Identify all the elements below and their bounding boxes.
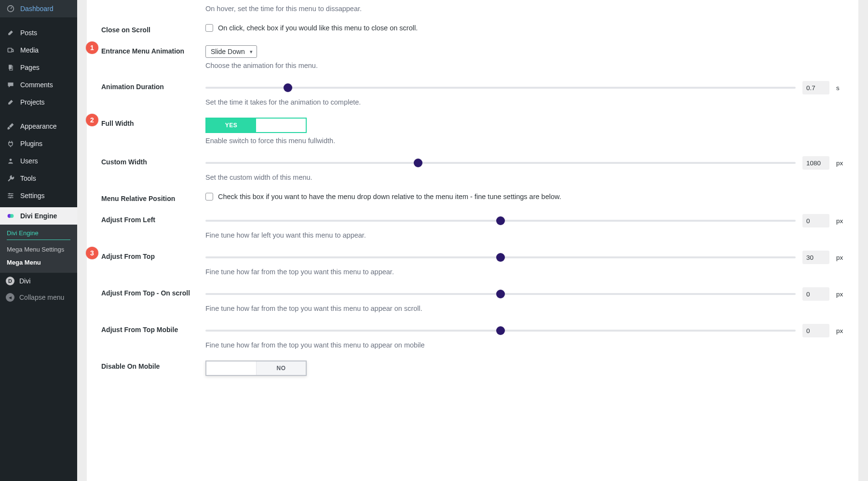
toggle-no: NO (256, 361, 306, 375)
adjust-left-slider[interactable] (205, 220, 796, 222)
entrance-animation-select[interactable]: Slide Down ▾ (205, 45, 257, 58)
toggle-knob (256, 119, 306, 132)
row-entrance-animation: 1 Entrance Menu Animation Slide Down ▾ C… (101, 36, 844, 71)
row-disable-mobile: Disable On Mobile NO (101, 351, 844, 378)
custom-width-label: Custom Width (101, 156, 198, 166)
adjust-left-desc: Fine tune how far left you want this men… (205, 231, 844, 239)
custom-width-value[interactable]: 1080 (802, 156, 829, 170)
toggle-knob (206, 361, 256, 375)
slider-thumb[interactable] (496, 216, 505, 225)
adjust-left-label: Adjust From Left (101, 214, 198, 224)
sidebar-item-label: Pages (20, 63, 40, 72)
collapse-icon: ◂ (6, 293, 14, 302)
admin-sidebar: Dashboard Posts Media Pages Comments Pro… (0, 0, 77, 481)
dashboard-icon (6, 4, 15, 13)
sidebar-item-settings[interactable]: Settings (0, 187, 77, 204)
adjust-top-scroll-value[interactable]: 0 (802, 287, 829, 301)
sidebar-item-label: Appearance (20, 122, 57, 131)
entrance-animation-desc: Choose the animation for this menu. (205, 62, 844, 69)
row-adjust-top: 3 Adjust From Top 30 px Fine tune how fa… (101, 241, 844, 278)
row-full-width: 2 Full Width YES Enable switch to force … (101, 108, 844, 147)
adjust-top-value[interactable]: 30 (802, 251, 829, 264)
sidebar-item-appearance[interactable]: Appearance (0, 118, 77, 135)
hover-disappear-desc: On hover, set the time for this menu to … (205, 5, 844, 13)
row-hover-disappear: On hover, set the time for this menu to … (101, 5, 844, 14)
sidebar-item-pages[interactable]: Pages (0, 59, 77, 76)
disable-mobile-toggle[interactable]: NO (205, 361, 307, 376)
slider-thumb[interactable] (496, 326, 505, 335)
sidebar-item-label: Divi (19, 277, 30, 285)
pin-icon (6, 28, 15, 38)
close-on-scroll-label: Close on Scroll (101, 24, 198, 34)
adjust-top-label: Adjust From Top (101, 251, 198, 260)
user-icon (6, 156, 15, 166)
sidebar-item-divi[interactable]: D Divi (0, 273, 77, 289)
badge-2: 2 (86, 114, 98, 126)
close-on-scroll-checkbox[interactable] (205, 24, 213, 32)
row-adjust-top-scroll: Adjust From Top - On scroll 0 px Fine tu… (101, 278, 844, 314)
animation-duration-value[interactable]: 0.7 (802, 81, 829, 94)
media-icon (6, 45, 15, 55)
animation-duration-label: Animation Duration (101, 81, 198, 91)
adjust-top-slider[interactable] (205, 256, 796, 258)
custom-width-desc: Set the custom width of this menu. (205, 174, 844, 181)
row-animation-duration: Animation Duration 0.7 s Set the time it… (101, 71, 844, 108)
relative-position-text: Check this box if you want to have the m… (218, 193, 561, 200)
svg-point-4 (10, 159, 12, 161)
row-adjust-left: Adjust From Left 0 px Fine tune how far … (101, 204, 844, 241)
svg-point-5 (9, 193, 10, 194)
adjust-top-unit: px (836, 254, 844, 261)
relative-position-label: Menu Relative Position (101, 193, 198, 202)
sidebar-item-posts[interactable]: Posts (0, 24, 77, 41)
settings-panel: On hover, set the time for this menu to … (87, 0, 858, 481)
toggle-yes: YES (206, 119, 256, 132)
adjust-top-scroll-unit: px (836, 291, 844, 298)
row-close-on-scroll: Close on Scroll On click, check box if y… (101, 14, 844, 36)
slider-thumb[interactable] (496, 253, 505, 262)
sidebar-item-users[interactable]: Users (0, 152, 77, 170)
sidebar-item-tools[interactable]: Tools (0, 170, 77, 187)
sidebar-item-dashboard[interactable]: Dashboard (0, 0, 77, 17)
pin-icon (6, 97, 15, 107)
entrance-animation-label: Entrance Menu Animation (101, 45, 198, 55)
adjust-top-mobile-label: Adjust From Top Mobile (101, 324, 198, 334)
pages-icon (6, 63, 15, 72)
sidebar-item-label: Divi Engine (20, 212, 57, 220)
relative-position-checkbox[interactable] (205, 193, 213, 200)
badge-3: 3 (86, 247, 98, 259)
sidebar-item-label: Dashboard (20, 4, 54, 13)
full-width-toggle[interactable]: YES (205, 118, 307, 133)
sidebar-item-label: Tools (20, 174, 36, 183)
animation-duration-slider[interactable] (205, 87, 796, 89)
slider-thumb[interactable] (284, 83, 292, 92)
sidebar-item-media[interactable]: Media (0, 41, 77, 59)
slider-thumb[interactable] (414, 159, 422, 167)
sidebar-item-plugins[interactable]: Plugins (0, 135, 77, 152)
chevron-down-icon: ▾ (250, 49, 253, 55)
sidebar-sub-mega-menu[interactable]: Mega Menu (0, 256, 77, 269)
adjust-left-unit: px (836, 217, 844, 225)
svg-point-7 (10, 197, 11, 198)
custom-width-slider[interactable] (205, 162, 796, 164)
adjust-left-value[interactable]: 0 (802, 214, 829, 227)
adjust-top-mobile-desc: Fine tune how far from the top you want … (205, 341, 844, 349)
svg-point-9 (10, 214, 14, 218)
sidebar-item-comments[interactable]: Comments (0, 76, 77, 94)
sidebar-item-divi-engine[interactable]: Divi Engine (0, 207, 77, 225)
sidebar-item-label: Projects (20, 98, 45, 107)
adjust-top-mobile-slider[interactable] (205, 330, 796, 332)
slider-thumb[interactable] (496, 290, 505, 298)
adjust-top-scroll-label: Adjust From Top - On scroll (101, 287, 198, 297)
wrench-icon (6, 174, 15, 183)
animation-duration-unit: s (836, 84, 844, 92)
sidebar-sub-divi-engine[interactable]: Divi Engine (7, 227, 70, 240)
adjust-top-scroll-slider[interactable] (205, 293, 796, 295)
adjust-top-desc: Fine tune how far from the top you want … (205, 268, 844, 276)
adjust-top-mobile-value[interactable]: 0 (802, 324, 829, 337)
disable-mobile-label: Disable On Mobile (101, 361, 198, 370)
sidebar-item-projects[interactable]: Projects (0, 94, 77, 111)
sidebar-collapse[interactable]: ◂ Collapse menu (0, 289, 77, 306)
sidebar-submenu: Divi Engine Mega Menu Settings Mega Menu (0, 225, 77, 273)
sidebar-sub-mega-menu-settings[interactable]: Mega Menu Settings (0, 243, 77, 256)
sidebar-item-label: Posts (20, 28, 37, 37)
